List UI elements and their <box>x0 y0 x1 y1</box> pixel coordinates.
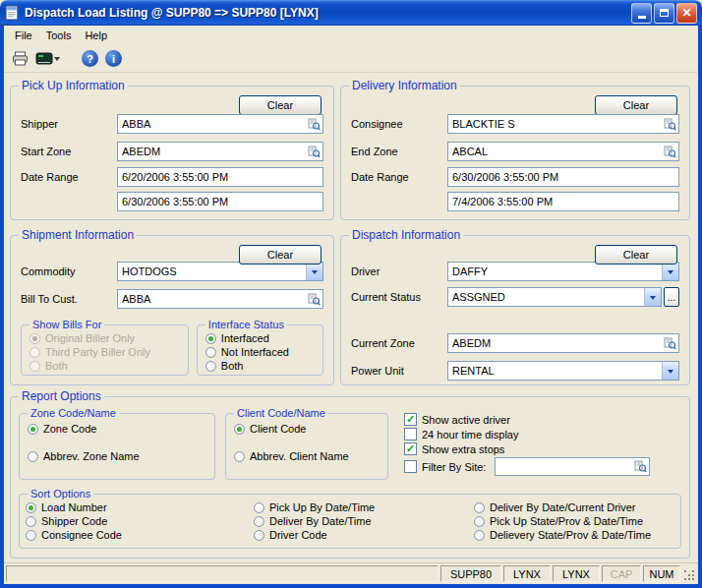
shipper-label: Shipper <box>21 118 117 130</box>
consignee-lookup-button[interactable] <box>662 115 678 133</box>
radio-driver-code[interactable]: Driver Code <box>254 529 474 541</box>
dispatch-group: Dispatch Information Clear Driver Curren… <box>340 228 690 385</box>
menu-file[interactable]: File <box>8 28 39 43</box>
pickup-date-to-input[interactable] <box>117 192 323 211</box>
radio-interfaced[interactable]: Interfaced <box>205 332 315 344</box>
radio-pickup-state-prov-datetime[interactable]: Pick Up State/Prov & Date/Time <box>474 515 674 527</box>
radio-icon <box>26 530 36 541</box>
pickup-date-range-label: Date Range <box>21 171 117 183</box>
delivery-date-from-input[interactable] <box>447 167 679 187</box>
pickup-date-to-field <box>117 192 323 211</box>
power-unit-input[interactable] <box>448 362 662 380</box>
print-button[interactable] <box>10 48 30 70</box>
status-panel-user: LYNX <box>553 565 600 582</box>
close-button[interactable]: ✕ <box>676 3 697 24</box>
radio-consignee-code[interactable]: Consignee Code <box>26 529 254 541</box>
resize-grip[interactable] <box>682 565 696 582</box>
radio-deliver-by-datetime[interactable]: Deliver By Date/Time <box>254 515 474 527</box>
checkbox-24-hour-display[interactable]: 24 hour time display <box>404 428 681 441</box>
form-icon[interactable] <box>5 5 21 21</box>
start-zone-row: Start Zone <box>21 142 323 161</box>
radio-icon <box>29 361 40 372</box>
shipment-clear-button[interactable]: Clear <box>239 245 322 265</box>
status-panel-empty <box>6 565 439 582</box>
radio-abbrev-zone-name[interactable]: Abbrev. Zone Name <box>28 450 206 462</box>
shipper-lookup-button[interactable] <box>306 115 322 133</box>
bill-to-lookup-button[interactable] <box>306 290 322 308</box>
radio-client-code[interactable]: Client Code <box>234 423 380 435</box>
pickup-date-from-input[interactable] <box>117 167 323 187</box>
checkbox-icon <box>404 428 417 441</box>
driver-input[interactable] <box>448 263 662 280</box>
delivery-date-from-row: Date Range <box>351 167 679 187</box>
current-zone-input[interactable] <box>447 333 679 353</box>
checkbox-icon <box>404 460 417 473</box>
menu-tools[interactable]: Tools <box>39 28 79 43</box>
bill-to-row: Bill To Cust. <box>21 289 323 309</box>
filter-by-site-field <box>495 457 650 476</box>
checkbox-show-extra-stops[interactable]: Show extra stops <box>404 442 681 455</box>
delivery-clear-button[interactable]: Clear <box>595 95 677 115</box>
current-zone-lookup-button[interactable] <box>662 334 678 352</box>
status-panel-numlock: NUM <box>643 565 680 582</box>
radio-load-number[interactable]: Load Number <box>26 501 254 513</box>
chevron-down-icon <box>54 57 60 64</box>
start-zone-lookup-button[interactable] <box>306 143 322 160</box>
commodity-input[interactable] <box>118 263 306 280</box>
radio-interface-both[interactable]: Both <box>205 360 315 372</box>
report-preview-button[interactable] <box>33 48 64 70</box>
show-bills-group: Show Bills For Original Biller Only Thir… <box>21 319 189 376</box>
driver-dropdown-button[interactable] <box>662 263 678 280</box>
menu-help[interactable]: Help <box>78 28 114 43</box>
dispatch-clear-button[interactable]: Clear <box>595 245 677 265</box>
lookup-icon <box>634 460 647 473</box>
toolbar: ? i <box>4 45 698 73</box>
shipper-input[interactable] <box>117 114 323 134</box>
checkbox-filter-by-site[interactable]: Filter By Site: <box>404 457 681 476</box>
maximize-button[interactable] <box>654 3 674 24</box>
status-panel-company: SUPP80 <box>440 565 501 582</box>
radio-icon <box>29 347 40 358</box>
start-zone-field <box>117 142 323 161</box>
info-icon: i <box>105 50 122 67</box>
commodity-row: Commodity <box>21 262 323 281</box>
radio-not-interfaced[interactable]: Not Interfaced <box>205 346 315 358</box>
current-status-dropdown-button[interactable] <box>644 288 661 306</box>
current-status-input[interactable] <box>448 288 644 306</box>
commodity-dropdown-button[interactable] <box>306 263 322 280</box>
start-zone-input[interactable] <box>117 142 323 161</box>
power-unit-combobox <box>447 361 679 381</box>
driver-combobox <box>447 262 679 281</box>
current-status-row: Current Status ... <box>351 287 679 307</box>
filter-by-site-input[interactable] <box>495 457 650 476</box>
delivery-date-to-input[interactable] <box>447 192 679 211</box>
delivery-date-range-label: Date Range <box>351 171 447 183</box>
radio-icon <box>26 516 36 527</box>
status-panel-capslock: CAP <box>602 565 641 582</box>
info-button[interactable]: i <box>103 48 124 70</box>
radio-delivery-state-prov-datetime[interactable]: Delievery State/Prov & Date/Time <box>474 529 674 541</box>
radio-zone-code[interactable]: Zone Code <box>28 423 206 435</box>
lookup-icon <box>308 293 321 306</box>
bill-to-input[interactable] <box>117 289 323 309</box>
power-unit-dropdown-button[interactable] <box>662 362 678 380</box>
filter-by-site-lookup-button[interactable] <box>632 458 649 475</box>
radio-deliver-by-date-current-driver[interactable]: Deliver By Date/Current Driver <box>474 501 674 513</box>
radio-icon <box>234 424 245 435</box>
radio-abbrev-client-name[interactable]: Abbrev. Client Name <box>234 450 380 462</box>
current-status-more-button[interactable]: ... <box>664 287 679 307</box>
pickup-date-to-row <box>21 192 323 211</box>
minimize-button[interactable] <box>631 3 652 24</box>
radio-pickup-by-datetime[interactable]: Pick Up By Date/Time <box>254 501 474 513</box>
help-button[interactable]: ? <box>80 48 100 70</box>
checkbox-show-active-driver[interactable]: Show active driver <box>404 413 681 426</box>
consignee-input[interactable] <box>447 114 679 134</box>
chevron-down-icon <box>312 270 318 277</box>
end-zone-input[interactable] <box>447 142 679 161</box>
pickup-clear-button[interactable]: Clear <box>239 95 322 115</box>
lookup-icon <box>664 146 676 158</box>
consignee-row: Consignee <box>351 114 679 134</box>
radio-shipper-code[interactable]: Shipper Code <box>26 515 254 527</box>
start-zone-label: Start Zone <box>21 146 117 157</box>
end-zone-lookup-button[interactable] <box>662 143 678 160</box>
